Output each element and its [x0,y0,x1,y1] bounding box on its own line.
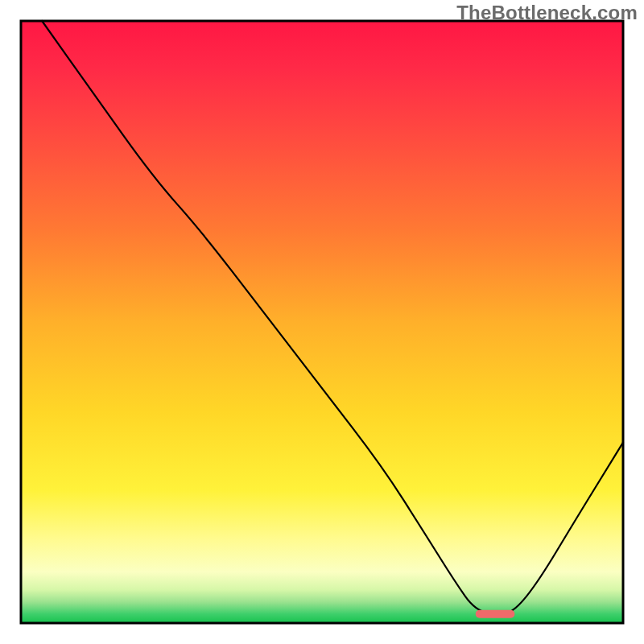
chart-stage: TheBottleneck.com [0,0,644,644]
optimal-range-marker [476,610,515,618]
gradient-background [21,21,623,623]
bottleneck-chart [0,0,644,644]
watermark-text: TheBottleneck.com [456,2,638,24]
